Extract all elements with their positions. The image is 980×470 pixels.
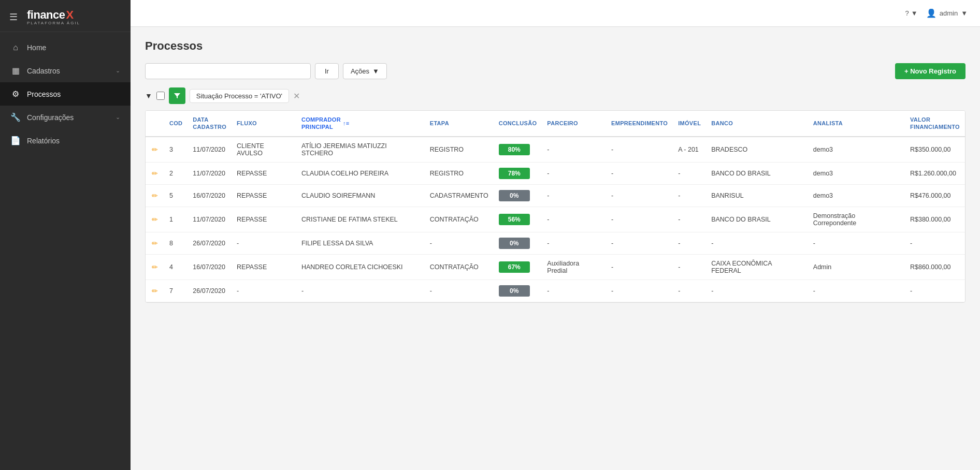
cell-comprador: CLAUDIA COELHO PEREIRA — [296, 162, 425, 184]
configuracoes-icon: 🔧 — [10, 112, 21, 122]
search-input[interactable] — [145, 63, 311, 79]
sidebar-item-configuracoes[interactable]: 🔧 Configurações ⌄ — [0, 106, 131, 129]
th-banco[interactable]: BANCO — [706, 111, 808, 137]
filter-tag: Situação Processo = 'ATIVO' — [190, 89, 289, 103]
cell-empreendimento: - — [606, 162, 673, 184]
cell-conclusao: 56% — [494, 207, 542, 232]
cell-parceiro: - — [542, 137, 606, 163]
cell-data: 16/07/2020 — [188, 254, 232, 280]
cell-edit[interactable]: ✏ — [146, 280, 164, 302]
cell-cod: 3 — [164, 137, 188, 163]
sidebar-item-relatorios[interactable]: 📄 Relatórios — [0, 129, 131, 152]
cell-comprador: ATÍLIO JEREMIAS MATIUZZI STCHERO — [296, 137, 425, 163]
user-menu[interactable]: 👤 admin ▼ — [926, 8, 968, 18]
th-fluxo[interactable]: FLUXO — [232, 111, 296, 137]
cell-etapa: CONTRATAÇÃO — [425, 207, 494, 232]
cell-valor: R$860.000,00 — [905, 254, 965, 280]
cell-valor: R$380.000,00 — [905, 207, 965, 232]
cell-valor: R$350.000,00 — [905, 137, 965, 163]
cell-edit[interactable]: ✏ — [146, 184, 164, 207]
sidebar-item-home[interactable]: ⌂ Home — [0, 36, 131, 59]
cell-imovel: - — [673, 280, 706, 302]
cell-data: 11/07/2020 — [188, 207, 232, 232]
cell-fluxo: REPASSE — [232, 207, 296, 232]
acoes-label: Ações — [351, 67, 369, 75]
cell-valor: R$476.000,00 — [905, 184, 965, 207]
cell-fluxo: CLIENTE AVULSO — [232, 137, 296, 163]
cell-banco: BANRISUL — [706, 184, 808, 207]
table-row: ✏ 4 16/07/2020 REPASSE HANDREO CORLETA C… — [146, 254, 965, 280]
th-empreendimento[interactable]: EMPREENDIMENTO — [606, 111, 673, 137]
sidebar-label-processos: Processos — [27, 90, 120, 98]
th-imovel[interactable]: IMÓVEL — [673, 111, 706, 137]
cell-imovel: A - 201 — [673, 137, 706, 163]
sidebar: ☰ financeX PLATAFORMA ÁGIL ⌂ Home ▦ Cada… — [0, 0, 131, 470]
help-icon: ? — [905, 9, 909, 17]
cell-data: 26/07/2020 — [188, 232, 232, 254]
cell-comprador: HANDREO CORLETA CICHOESKI — [296, 254, 425, 280]
cell-empreendimento: - — [606, 184, 673, 207]
cell-cod: 5 — [164, 184, 188, 207]
help-chevron-icon: ▼ — [911, 9, 918, 17]
processos-icon: ⚙ — [10, 89, 21, 99]
filter-checkbox[interactable] — [156, 92, 165, 100]
th-cod[interactable]: COD — [164, 111, 188, 137]
th-etapa[interactable]: ETAPA — [425, 111, 494, 137]
acoes-button[interactable]: Ações ▼ — [343, 63, 387, 79]
filter-tag-text: Situação Processo = 'ATIVO' — [196, 92, 282, 100]
cell-edit[interactable]: ✏ — [146, 207, 164, 232]
chevron-cadastros-icon: ⌄ — [116, 67, 120, 74]
edit-pencil-icon[interactable]: ✏ — [152, 145, 158, 154]
cadastros-icon: ▦ — [10, 66, 21, 76]
cell-edit[interactable]: ✏ — [146, 254, 164, 280]
cell-cod: 2 — [164, 162, 188, 184]
sidebar-item-cadastros[interactable]: ▦ Cadastros ⌄ — [0, 59, 131, 82]
th-analista[interactable]: ANALISTA — [808, 111, 905, 137]
edit-pencil-icon[interactable]: ✏ — [152, 169, 158, 178]
user-label: admin — [940, 9, 958, 17]
filter-arrow-icon[interactable]: ▼ — [145, 92, 152, 100]
table-row: ✏ 1 11/07/2020 REPASSE CRISTIANE DE FATI… — [146, 207, 965, 232]
cell-banco: CAIXA ECONÔMICA FEDERAL — [706, 254, 808, 280]
th-comprador[interactable]: COMPRADORPRINCIPAL ↑≡ — [296, 111, 425, 137]
edit-pencil-icon[interactable]: ✏ — [152, 192, 158, 200]
cell-parceiro: Auxiliadora Predial — [542, 254, 606, 280]
edit-pencil-icon[interactable]: ✏ — [152, 263, 158, 271]
sidebar-item-processos[interactable]: ⚙ Processos — [0, 82, 131, 106]
cell-fluxo: REPASSE — [232, 184, 296, 207]
cell-data: 16/07/2020 — [188, 184, 232, 207]
table-row: ✏ 2 11/07/2020 REPASSE CLAUDIA COELHO PE… — [146, 162, 965, 184]
cell-conclusao: 78% — [494, 162, 542, 184]
cell-edit[interactable]: ✏ — [146, 137, 164, 163]
cell-cod: 7 — [164, 280, 188, 302]
edit-pencil-icon[interactable]: ✏ — [152, 239, 158, 247]
progress-bar: 56% — [499, 214, 530, 225]
relatorios-icon: 📄 — [10, 136, 21, 145]
cell-analista: - — [808, 232, 905, 254]
edit-pencil-icon[interactable]: ✏ — [152, 215, 158, 224]
hamburger-icon[interactable]: ☰ — [9, 11, 18, 23]
user-chevron-icon: ▼ — [961, 9, 968, 17]
cell-conclusao: 67% — [494, 254, 542, 280]
cell-analista: - — [808, 280, 905, 302]
th-parceiro[interactable]: PARCEIRO — [542, 111, 606, 137]
th-data[interactable]: DATACADASTRO — [188, 111, 232, 137]
th-valor[interactable]: VALORFINANCIAMENTO — [905, 111, 965, 137]
th-conclusao[interactable]: CONCLUSÃO — [494, 111, 542, 137]
help-menu[interactable]: ? ▼ — [905, 9, 918, 17]
edit-pencil-icon[interactable]: ✏ — [152, 287, 158, 295]
table-row: ✏ 7 26/07/2020 - - - 0% - - - - - - — [146, 280, 965, 302]
cell-etapa: - — [425, 280, 494, 302]
sidebar-nav: ⌂ Home ▦ Cadastros ⌄ ⚙ Processos 🔧 Confi… — [0, 32, 131, 152]
filter-funnel-icon[interactable] — [169, 87, 185, 104]
cell-comprador: CLAUDIO SOIREFMANN — [296, 184, 425, 207]
sidebar-label-home: Home — [27, 43, 120, 52]
ir-button[interactable]: Ir — [315, 63, 339, 79]
filter-clear-icon[interactable]: ✕ — [293, 91, 300, 101]
cell-edit[interactable]: ✏ — [146, 232, 164, 254]
cell-data: 26/07/2020 — [188, 280, 232, 302]
table-row: ✏ 8 26/07/2020 - FILIPE LESSA DA SILVA -… — [146, 232, 965, 254]
novo-registro-button[interactable]: + Novo Registro — [895, 63, 965, 79]
filter-row: ▼ Situação Processo = 'ATIVO' ✕ — [145, 87, 965, 104]
cell-edit[interactable]: ✏ — [146, 162, 164, 184]
